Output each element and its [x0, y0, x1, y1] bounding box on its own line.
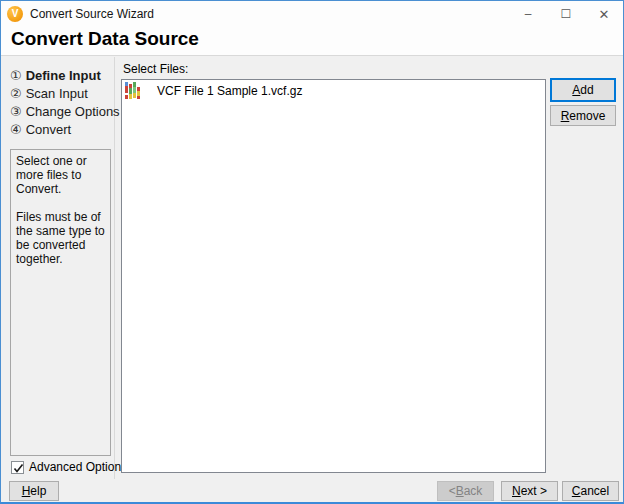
step-label: Change Options: [26, 104, 120, 119]
wizard-steps-list: ① Define Input ② Scan Input ③ Change Opt…: [10, 66, 120, 138]
step-number: ②: [10, 86, 22, 101]
back-button[interactable]: < Back: [437, 481, 494, 501]
cancel-button[interactable]: Cancel: [562, 481, 619, 501]
maximize-button[interactable]: ☐: [547, 1, 585, 27]
description-line-1: Select one or more files to Convert.: [16, 154, 105, 196]
app-icon: V: [7, 6, 23, 22]
step-item-define-input: ① Define Input: [10, 66, 120, 84]
vcf-file-icon: [125, 82, 140, 100]
convert-source-wizard-window: V Convert Source Wizard – ☐ ✕ Convert Da…: [0, 0, 624, 504]
step-number: ④: [10, 122, 22, 137]
titlebar: V Convert Source Wizard – ☐ ✕: [1, 1, 623, 27]
window-title: Convert Source Wizard: [30, 7, 154, 21]
window-controls: – ☐ ✕: [509, 1, 623, 27]
remove-button[interactable]: Remove: [550, 105, 616, 126]
step-label: Scan Input: [26, 86, 88, 101]
step-label: Define Input: [26, 68, 101, 83]
step-label: Convert: [26, 122, 72, 137]
page-title: Convert Data Source: [11, 28, 199, 50]
header: V Convert Source Wizard – ☐ ✕ Convert Da…: [1, 1, 623, 56]
advanced-options-checkbox[interactable]: [11, 461, 24, 474]
select-files-label: Select Files:: [123, 62, 188, 76]
step-item-convert: ④ Convert: [10, 120, 120, 138]
step-item-scan-input: ② Scan Input: [10, 84, 120, 102]
step-number: ①: [10, 68, 22, 83]
next-button[interactable]: Next >: [501, 481, 558, 501]
add-button[interactable]: Add: [550, 78, 616, 102]
description-line-2: Files must be of the same type to be con…: [16, 210, 105, 266]
checkmark-icon: [13, 463, 24, 474]
step-item-change-options: ③ Change Options: [10, 102, 120, 120]
description-panel: Select one or more files to Convert. Fil…: [10, 149, 111, 456]
file-name: VCF File 1 Sample 1.vcf.gz: [157, 84, 302, 98]
minimize-button[interactable]: –: [509, 1, 547, 27]
advanced-options-row: Advanced Options: [11, 460, 127, 474]
file-list[interactable]: VCF File 1 Sample 1.vcf.gz: [121, 79, 546, 473]
step-number: ③: [10, 104, 22, 119]
file-list-item[interactable]: VCF File 1 Sample 1.vcf.gz: [122, 80, 545, 102]
close-button[interactable]: ✕: [585, 1, 623, 27]
help-button[interactable]: Help: [9, 481, 59, 501]
advanced-options-label: Advanced Options: [29, 460, 127, 474]
